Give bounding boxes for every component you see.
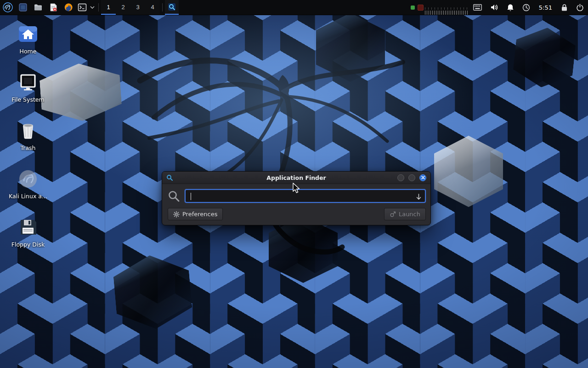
notifications-tray-button[interactable] [503,0,518,15]
desktop-icon-label: Home [20,48,37,55]
system-monitor-graph[interactable] [425,0,469,15]
terminal-launcher[interactable] [76,0,89,15]
app-finder-icon [168,3,176,11]
top-panel: 1 2 3 4 [0,0,588,15]
gear-icon [173,211,180,218]
file-manager-launcher[interactable] [30,0,45,15]
window-app-icon [18,3,28,12]
keyboard-icon [473,4,482,11]
desktop-icon-label: File System [11,96,45,103]
firefox-launcher[interactable] [61,0,76,15]
desktop-icon-kali-installer[interactable]: Kali Linux a... [8,168,48,200]
workspace-4[interactable]: 4 [145,0,160,15]
circular-arrow-icon [522,4,530,12]
window-title: Application Finder [162,174,430,181]
desktop-icon-label: Trash [20,144,35,151]
window-app-launcher[interactable] [15,0,30,15]
glass-cube-decoration [316,13,385,82]
desktop-icon-file-system[interactable]: File System [8,71,48,103]
clock[interactable]: 5:51 [534,0,557,15]
workspace-1[interactable]: 1 [101,0,116,15]
kali-menu-button[interactable] [0,0,15,15]
terminal-dropdown-button[interactable] [89,0,96,15]
floppy-disk-icon [17,216,39,238]
close-icon [421,176,425,179]
glass-cube-decoration [39,61,123,124]
volume-icon [490,4,498,11]
window-controls [397,174,426,181]
desktop-icon-home[interactable]: Home [8,23,48,55]
power-tray-button[interactable] [572,0,588,15]
window-title-icon [166,174,173,181]
keyboard-tray-button[interactable] [469,0,486,15]
search-input[interactable] [186,190,425,202]
glass-cube-decoration [434,136,503,207]
trash-icon [17,120,39,142]
kali-logo-icon [3,2,13,12]
panel-right: 5:51 [409,0,588,15]
chevron-down-icon [90,6,95,9]
search-entry [185,189,426,203]
launch-button[interactable]: Launch [384,208,426,220]
power-icon [576,4,584,12]
panel-left: 1 2 3 4 [0,0,179,15]
lock-tray-button[interactable] [557,0,572,15]
launch-icon [390,211,396,218]
preferences-button[interactable]: Preferences [168,208,223,220]
taskbar-application-finder[interactable] [165,0,179,15]
home-icon [17,23,39,45]
folder-icon [34,3,43,12]
desktop-icon-label: Floppy Disk [11,241,45,248]
firefox-icon [64,3,73,12]
desktop-icon-label: Kali Linux a... [9,193,47,200]
file-system-icon [17,71,39,93]
sync-status-tray-button[interactable] [518,0,534,15]
indicator-red-icon[interactable] [418,5,424,11]
preferences-label: Preferences [182,211,217,218]
indicator-green-icon[interactable] [411,6,415,10]
workspace-3[interactable]: 3 [130,0,145,15]
bell-icon [507,4,514,12]
panel-separator [162,3,163,12]
minimize-button[interactable] [397,174,404,181]
terminal-icon [78,3,87,12]
dialog-body: Preferences Launch [162,184,430,225]
close-button[interactable] [419,174,426,181]
application-finder-window: Application Finder [162,171,431,225]
text-editor-launcher[interactable] [45,0,61,15]
launch-label: Launch [399,211,420,218]
text-editor-icon [49,3,58,12]
desktop-icon-trash[interactable]: Trash [8,120,48,151]
glass-cube-decoration [269,216,338,283]
desktop-icon-floppy-disk[interactable]: Floppy Disk [8,216,48,248]
kali-dragon-silhouette [122,44,420,260]
kali-installer-icon [17,168,39,190]
workspace-2[interactable]: 2 [116,0,130,15]
volume-tray-button[interactable] [486,0,503,15]
glass-cube-decoration [512,25,577,91]
glass-cube-decoration [112,252,193,332]
lock-icon [561,4,568,12]
maximize-button[interactable] [408,174,415,181]
dropdown-arrow-icon[interactable] [416,194,422,200]
panel-separator [98,3,99,12]
search-icon [168,190,180,202]
titlebar[interactable]: Application Finder [162,172,430,184]
desktop-icon-list: Home File System Trash [8,23,48,264]
